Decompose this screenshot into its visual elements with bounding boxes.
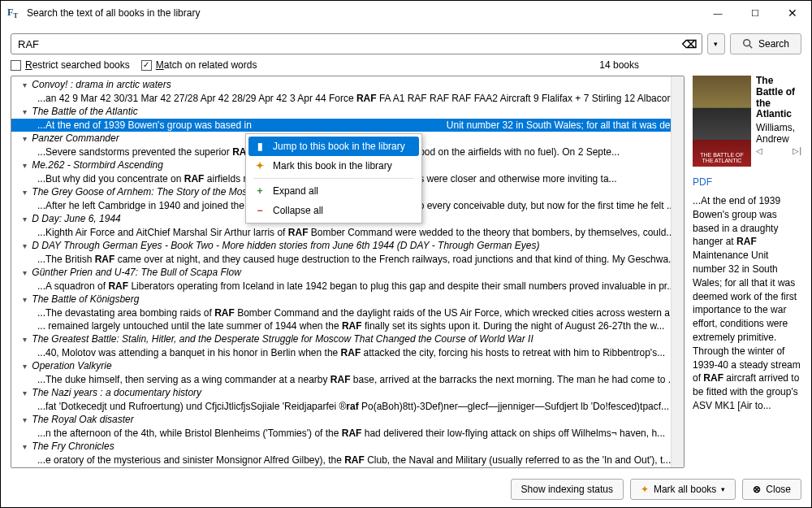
book-node[interactable]: ▾ Operation Valkyrie [11, 359, 684, 373]
book-node[interactable]: ▾ Günther Prien and U-47: The Bull of Sc… [11, 266, 684, 280]
minimize-button[interactable]: — [699, 1, 736, 25]
book-node[interactable]: ▾ D DAY Through German Eyes - Book Two -… [11, 239, 684, 253]
star-icon: ✦ [641, 484, 649, 495]
result-snippet[interactable]: ...fat 'Dotkecedjt und Rufroertung) und … [11, 400, 684, 413]
book-cover[interactable]: THE BATTLE OFTHE ATLANTIC [693, 76, 751, 167]
context-menu: ▮ Jump to this book in the library ✦ Mar… [245, 133, 422, 224]
search-button-label: Search [758, 38, 789, 50]
next-result-icon[interactable]: ▷| [793, 146, 801, 155]
scrollbar[interactable] [671, 76, 684, 467]
result-snippet[interactable]: ...40, Molotov was attending a banquet i… [11, 346, 684, 359]
expand-arrow-icon[interactable]: ▾ [19, 186, 29, 199]
chevron-down-icon: ▾ [721, 485, 725, 493]
expand-arrow-icon[interactable]: ▾ [19, 360, 29, 373]
show-indexing-status-button[interactable]: Show indexing status [511, 479, 624, 500]
expand-arrow-icon[interactable]: ▾ [19, 267, 29, 280]
app-icon: FT [7, 7, 20, 20]
expand-arrow-icon[interactable]: ▾ [19, 132, 29, 145]
restrict-checkbox[interactable]: Restrict searched books [11, 59, 130, 71]
expand-arrow-icon[interactable]: ▾ [19, 106, 29, 119]
ctx-mark-book[interactable]: ✦ Mark this book in the library [248, 156, 419, 176]
result-count: 14 books [599, 59, 639, 71]
plus-icon: + [253, 185, 266, 197]
book-node[interactable]: ▾ The Nazi years : a documentary history [11, 386, 684, 400]
ctx-jump-to-book[interactable]: ▮ Jump to this book in the library [248, 137, 419, 156]
book-icon: ▮ [253, 141, 266, 152]
search-input[interactable] [16, 37, 682, 51]
clear-search-icon[interactable]: ⌫ [682, 37, 697, 51]
window-close-button[interactable]: ✕ [774, 1, 811, 25]
search-history-dropdown[interactable]: ▾ [707, 33, 725, 54]
svg-line-1 [749, 46, 753, 49]
svg-point-0 [744, 40, 750, 46]
format-link[interactable]: PDF [693, 176, 801, 188]
result-snippet[interactable]: ... remained largely untouched until the… [11, 319, 684, 332]
expand-arrow-icon[interactable]: ▾ [19, 387, 29, 400]
preview-text: ...At the end of 1939 Bowen's group was … [693, 194, 801, 413]
preview-author: Williams, Andrew [756, 122, 801, 145]
book-node[interactable]: ▾ The Battle of Königsberg [11, 293, 684, 306]
result-snippet[interactable]: ...n the afternoon of the 4th, while Bri… [11, 427, 684, 440]
result-snippet[interactable]: ...The duke himself, then serving as a w… [11, 373, 684, 386]
expand-arrow-icon[interactable]: ▾ [19, 293, 29, 306]
checkbox-icon [11, 60, 21, 71]
expand-arrow-icon[interactable]: ▾ [19, 441, 29, 454]
book-node[interactable]: ▾ The Fry Chronicles [11, 440, 684, 454]
expand-arrow-icon[interactable]: ▾ [19, 414, 29, 427]
expand-arrow-icon[interactable]: ▾ [19, 240, 29, 253]
preview-panel: THE BATTLE OFTHE ATLANTIC The Battle of … [693, 76, 801, 468]
separator [253, 178, 414, 179]
expand-arrow-icon[interactable]: ▾ [19, 159, 29, 172]
preview-title: The Battle of the Atlantic [756, 76, 801, 120]
match-related-checkbox[interactable]: Match on related words [141, 59, 257, 71]
checkbox-icon [141, 60, 152, 71]
result-snippet[interactable]: ...The devastating area bombing raids of… [11, 306, 684, 319]
expand-arrow-icon[interactable]: ▾ [19, 213, 29, 226]
minus-icon: − [253, 205, 266, 216]
close-button[interactable]: ⊗ Close [742, 479, 801, 500]
window-title: Search the text of all books in the libr… [27, 7, 699, 19]
mark-all-books-button[interactable]: ✦ Mark all books ▾ [630, 479, 736, 500]
result-snippet[interactable]: ...an 42 9 Mar 42 30/31 Mar 42 27/28 Apr… [11, 92, 684, 105]
result-snippet[interactable]: ...At the end of 1939 Bowen's group was … [11, 119, 684, 132]
search-button[interactable]: Search [730, 33, 801, 54]
result-snippet[interactable]: ...The British RAF came over at night, a… [11, 253, 684, 266]
book-node[interactable]: ▾ The Battle of the Atlantic [11, 105, 684, 119]
expand-arrow-icon[interactable]: ▾ [19, 79, 29, 92]
star-icon: ✦ [253, 160, 266, 172]
book-node[interactable]: ▾ The Greatest Battle: Stalin, Hitler, a… [11, 332, 684, 346]
result-snippet[interactable]: ...Kighth Air Force and AitChief Marshal… [11, 226, 684, 239]
book-node[interactable]: ▾ The Royal Oak disaster [11, 413, 684, 427]
result-snippet[interactable]: ...e oratory of the mysterious and sinis… [11, 454, 684, 467]
ctx-collapse-all[interactable]: − Collapse all [248, 201, 419, 220]
search-input-wrap[interactable]: ⌫ [11, 33, 702, 54]
maximize-button[interactable]: ☐ [736, 1, 774, 25]
ctx-expand-all[interactable]: + Expand all [248, 181, 419, 201]
result-snippet[interactable]: ...A squadron of RAF Liberators operatin… [11, 280, 684, 293]
search-icon [742, 38, 754, 50]
close-icon: ⊗ [753, 484, 761, 495]
book-node[interactable]: ▾ Convoy! : drama in arctic waters [11, 78, 684, 92]
expand-arrow-icon[interactable]: ▾ [19, 333, 29, 346]
titlebar: FT Search the text of all books in the l… [1, 1, 811, 25]
prev-result-icon[interactable]: ◁ [756, 146, 762, 155]
